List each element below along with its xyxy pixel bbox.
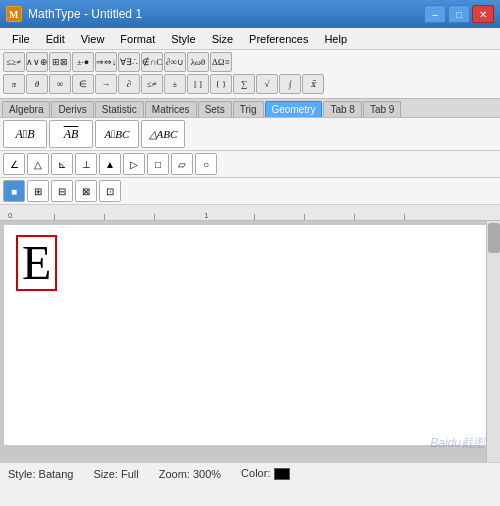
tb-infinity[interactable]: ∞ [49, 74, 71, 94]
sym-square[interactable]: □ [147, 153, 169, 175]
tb-sets[interactable]: ∉∩C [141, 52, 163, 72]
tb-pi[interactable]: π [3, 74, 25, 94]
main-content: FileEditViewFormatStyleSizePreferencesHe… [0, 28, 500, 484]
tb-rightarrow[interactable]: → [95, 74, 117, 94]
mini-tb-2[interactable]: ⊞ [27, 180, 49, 202]
mini-tb-1[interactable]: ■ [3, 180, 25, 202]
tb-element[interactable]: ∈ [72, 74, 94, 94]
ruler-mark-1: 1 [204, 211, 208, 220]
tb-brackets[interactable]: [ ] [187, 74, 209, 94]
tab-trig[interactable]: Trig [233, 101, 264, 117]
tab-matrices[interactable]: Matrices [145, 101, 197, 117]
tb-partial[interactable]: ∂ [118, 74, 140, 94]
mini-tb-5[interactable]: ⊡ [99, 180, 121, 202]
cursor-box: E [16, 235, 57, 291]
menu-item-edit[interactable]: Edit [38, 31, 73, 47]
tb-inequalities[interactable]: ≤≥≠ [3, 52, 25, 72]
toolbar-row-1: ≤≥≠ ∧∨⊕ ⊞⊠ ±·● ⇒⇔↓ ∀∃∴ ∉∩C ∂∞∪ λωθ ∆Ω≡ [3, 52, 497, 72]
vertical-scrollbar[interactable] [486, 221, 500, 462]
tab-sets[interactable]: Sets [198, 101, 232, 117]
sym-circle[interactable]: ○ [195, 153, 217, 175]
mini-tb-4[interactable]: ⊠ [75, 180, 97, 202]
menu-item-view[interactable]: View [73, 31, 113, 47]
size-label: Size: [93, 468, 117, 480]
title-text: MathType - Untitled 1 [28, 7, 142, 21]
size-value: Full [121, 468, 139, 480]
tab-tab-9[interactable]: Tab 9 [363, 101, 401, 117]
sym-arrow-right[interactable]: ▷ [123, 153, 145, 175]
sym-line-AB[interactable]: AB [49, 120, 93, 148]
mini-tb-3[interactable]: ⊟ [51, 180, 73, 202]
tb-sum[interactable]: ∑ [233, 74, 255, 94]
tb-quantifiers[interactable]: ∀∃∴ [118, 52, 140, 72]
sym-triangle-fill[interactable]: ▲ [99, 153, 121, 175]
sym-vector-ABC[interactable]: A͢BC [95, 120, 139, 148]
title-controls: – □ ✕ [424, 5, 494, 23]
tab-derivs[interactable]: Derivs [51, 101, 93, 117]
tb-logic[interactable]: ∧∨⊕ [26, 52, 48, 72]
ruler-mark-0: 0 [8, 211, 12, 220]
tb-xbar[interactable]: x̄ [302, 74, 324, 94]
tb-integral[interactable]: ∫ [279, 74, 301, 94]
zoom-status: Zoom: 300% [159, 468, 221, 480]
tb-braces[interactable]: { } [210, 74, 232, 94]
tb-plusminus[interactable]: ±·● [72, 52, 94, 72]
sym-angle[interactable]: ∠ [3, 153, 25, 175]
toolbar-area: ≤≥≠ ∧∨⊕ ⊞⊠ ±·● ⇒⇔↓ ∀∃∴ ∉∩C ∂∞∪ λωθ ∆Ω≡ π… [0, 50, 500, 99]
size-status: Size: Full [93, 468, 138, 480]
tab-tab-8[interactable]: Tab 8 [323, 101, 361, 117]
menu-bar: FileEditViewFormatStyleSizePreferencesHe… [0, 28, 500, 50]
svg-text:M: M [9, 9, 19, 20]
tb-greek1[interactable]: λωθ [187, 52, 209, 72]
sym-triangle-sm[interactable]: △ [27, 153, 49, 175]
menu-item-format[interactable]: Format [112, 31, 163, 47]
menu-item-style[interactable]: Style [163, 31, 203, 47]
zoom-value: 300% [193, 468, 221, 480]
menu-item-file[interactable]: File [4, 31, 38, 47]
editor-content[interactable]: E [4, 225, 496, 301]
editor-char: E [22, 236, 51, 289]
sym-right-angle[interactable]: ⊾ [51, 153, 73, 175]
tab-row: AlgebraDerivsStatisticMatricesSetsTrigGe… [0, 99, 500, 118]
tb-leq[interactable]: ≤≠ [141, 74, 163, 94]
sym-triangle-ABC[interactable]: △ABC [141, 120, 185, 148]
mini-toolbar: ■ ⊞ ⊟ ⊠ ⊡ [0, 178, 500, 205]
toolbar-row-2: π θ ∞ ∈ → ∂ ≤≠ ± [ ] { } ∑ √ ∫ x̄ [3, 74, 497, 94]
style-value: Batang [39, 468, 74, 480]
tb-sqrt[interactable]: √ [256, 74, 278, 94]
color-status: Color: [241, 467, 289, 480]
color-label: Color: [241, 467, 270, 479]
tb-pm[interactable]: ± [164, 74, 186, 94]
zoom-label: Zoom: [159, 468, 190, 480]
title-bar: M MathType - Untitled 1 – □ ✕ [0, 0, 500, 28]
tb-calculus[interactable]: ∂∞∪ [164, 52, 186, 72]
menu-item-preferences[interactable]: Preferences [241, 31, 316, 47]
sym-parallelogram[interactable]: ▱ [171, 153, 193, 175]
menu-item-size[interactable]: Size [204, 31, 241, 47]
tb-arrows[interactable]: ⇒⇔↓ [95, 52, 117, 72]
ruler-content: 0 1 [4, 208, 496, 220]
editor-inner[interactable]: E [4, 225, 496, 445]
sym-vector-AB[interactable]: A͢B [3, 120, 47, 148]
close-button[interactable]: ✕ [472, 5, 494, 23]
symbol-row-2: ∠ △ ⊾ ⊥ ▲ ▷ □ ▱ ○ [0, 151, 500, 178]
ruler: 0 1 [0, 205, 500, 221]
tab-geometry[interactable]: Geometry [265, 101, 323, 117]
sym-perpendicular[interactable]: ⊥ [75, 153, 97, 175]
maximize-button[interactable]: □ [448, 5, 470, 23]
minimize-button[interactable]: – [424, 5, 446, 23]
tab-algebra[interactable]: Algebra [2, 101, 50, 117]
symbol-row-1: A͢B AB A͢BC △ABC [0, 118, 500, 151]
style-status: Style: Batang [8, 468, 73, 480]
style-label: Style: [8, 468, 36, 480]
editor-scroll-area[interactable]: E Baidu截图 [0, 221, 500, 462]
status-bar: Style: Batang Size: Full Zoom: 300% Colo… [0, 462, 500, 484]
watermark: Baidu截图 [430, 435, 485, 452]
title-left: M MathType - Untitled 1 [6, 6, 142, 22]
menu-item-help[interactable]: Help [316, 31, 355, 47]
tb-matrix-small[interactable]: ⊞⊠ [49, 52, 71, 72]
app-icon: M [6, 6, 22, 22]
tb-theta[interactable]: θ [26, 74, 48, 94]
tb-greek2[interactable]: ∆Ω≡ [210, 52, 232, 72]
tab-statistic[interactable]: Statistic [95, 101, 144, 117]
